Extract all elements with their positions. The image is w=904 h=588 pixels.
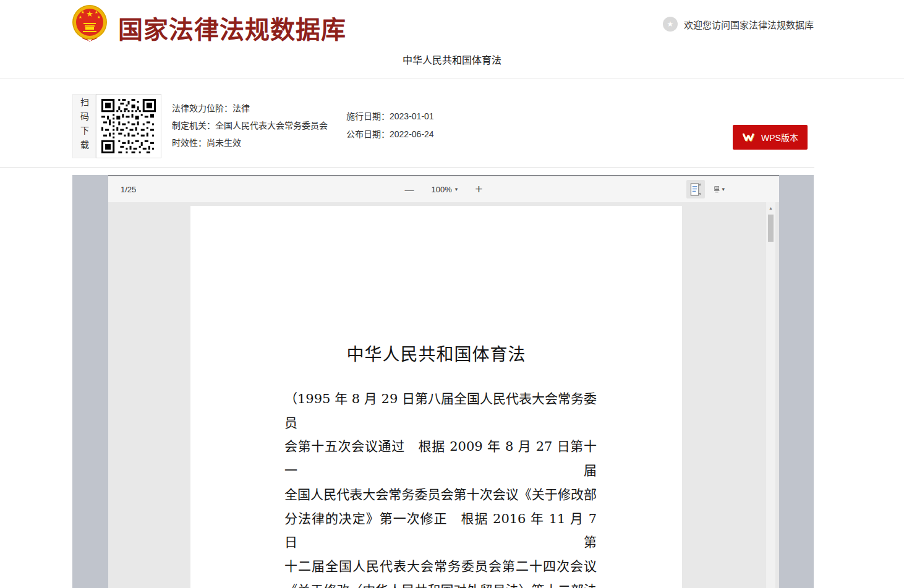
- meta-value: 全国人民代表大会常务委员会: [215, 121, 328, 130]
- zoom-level-value: 100%: [431, 185, 451, 194]
- meta-row-enacting-body: 制定机关：全国人民代表大会常务委员会: [172, 121, 328, 130]
- svg-text:★: ★: [79, 15, 82, 19]
- site-header: ★ ★ ★ ★ ★ 国家法律法规数据库 ★ 欢迎您访问国家法律法规数据库 中华人…: [0, 0, 904, 79]
- preamble-line: 十二届全国人民代表大会常务委员会第二十四次会议: [284, 555, 597, 579]
- toolbar-tools: ▾: [686, 176, 728, 202]
- outline-toggle-button[interactable]: [686, 180, 705, 198]
- svg-text:★: ★: [81, 10, 85, 14]
- zoom-controls: — 100% ▾ +: [108, 176, 779, 202]
- meta-row-validity: 时效性：尚未生效: [172, 138, 328, 148]
- meta-label: 法律效力位阶：: [172, 103, 232, 113]
- wps-logo-icon: [742, 133, 756, 142]
- welcome-area: ★ 欢迎您访问国家法律法规数据库: [663, 17, 814, 32]
- star-icon: ★: [663, 17, 678, 32]
- scan-download-label: 扫码下载: [80, 98, 88, 155]
- outline-icon: [690, 182, 701, 197]
- law-title: 中华人民共和国体育法: [190, 341, 682, 365]
- pdf-page: 中华人民共和国体育法 （1995 年 8 月 29 日第八届全国人民代表大会常务…: [190, 206, 682, 588]
- print-icon: [714, 183, 720, 196]
- site-title[interactable]: 国家法律法规数据库: [118, 10, 346, 46]
- preamble-line: （1995 年 8 月 29 日第八届全国人民代表大会常务委员: [284, 387, 597, 435]
- meta-value: 2022-06-24: [390, 129, 434, 139]
- meta-label: 施行日期：: [346, 111, 390, 121]
- meta-row-publish-date: 公布日期：2022-06-24: [346, 130, 434, 139]
- scrollbar-thumb[interactable]: [768, 215, 774, 242]
- document-area: 中华人民共和国体育法 （1995 年 8 月 29 日第八届全国人民代表大会常务…: [108, 202, 779, 588]
- welcome-text: 欢迎您访问国家法律法规数据库: [684, 18, 814, 31]
- preamble-line: 《关于修改〈中华人民共和国对外贸易法〉等十二部法: [284, 579, 597, 588]
- qr-code-box: [96, 94, 161, 158]
- pdf-toolbar: 1/25 — 100% ▾ +: [108, 176, 779, 202]
- scrollbar-up-arrow[interactable]: ▲: [766, 206, 775, 210]
- preamble-line: 全国人民代表大会常务委员会第十次会议《关于修改部: [284, 483, 597, 507]
- viewer-frame: 1/25 — 100% ▾ +: [72, 175, 814, 588]
- section-divider: [0, 167, 814, 168]
- meta-value: 2023-01-01: [390, 111, 434, 121]
- document-subtitle: 中华人民共和国体育法: [0, 52, 904, 67]
- zoom-level-dropdown[interactable]: 100% ▾: [431, 185, 458, 194]
- print-button[interactable]: ▾: [710, 180, 728, 198]
- chevron-down-icon: ▾: [722, 187, 725, 192]
- meta-info-left: 法律效力位阶：法律 制定机关：全国人民代表大会常务委员会 时效性：尚未生效: [172, 104, 328, 148]
- law-preamble: （1995 年 8 月 29 日第八届全国人民代表大会常务委员 会第十五次会议通…: [284, 387, 597, 588]
- meta-label: 公布日期：: [346, 129, 390, 139]
- meta-value: 尚未生效: [207, 138, 241, 148]
- pdf-viewer: 1/25 — 100% ▾ +: [108, 175, 779, 588]
- meta-label: 制定机关：: [172, 121, 215, 130]
- viewer-scrollbar[interactable]: ▲: [766, 202, 775, 588]
- scan-download-label-box: 扫码下载: [72, 94, 96, 158]
- wps-version-button[interactable]: WPS版本: [733, 125, 808, 150]
- meta-row-effect-level: 法律效力位阶：法律: [172, 104, 328, 113]
- meta-label: 时效性：: [172, 138, 207, 148]
- chevron-down-icon: ▾: [455, 187, 458, 192]
- zoom-out-button[interactable]: —: [402, 184, 416, 195]
- preamble-line: 分法律的决定》第一次修正 根据 2016 年 11 月 7 日第: [284, 507, 597, 555]
- svg-text:★: ★: [97, 15, 101, 19]
- wps-button-label: WPS版本: [761, 131, 798, 143]
- svg-text:★: ★: [86, 9, 93, 19]
- meta-info-mid: 施行日期：2023-01-01 公布日期：2022-06-24: [346, 112, 434, 139]
- preamble-line: 会第十五次会议通过 根据 2009 年 8 月 27 日第十一届: [284, 435, 597, 482]
- zoom-in-button[interactable]: +: [472, 182, 485, 197]
- meta-value: 法律: [232, 103, 250, 113]
- meta-row-effective-date: 施行日期：2023-01-01: [346, 112, 434, 121]
- national-emblem-logo[interactable]: ★ ★ ★ ★ ★: [72, 4, 108, 43]
- svg-text:★: ★: [95, 10, 98, 14]
- qr-code-image: [101, 99, 156, 153]
